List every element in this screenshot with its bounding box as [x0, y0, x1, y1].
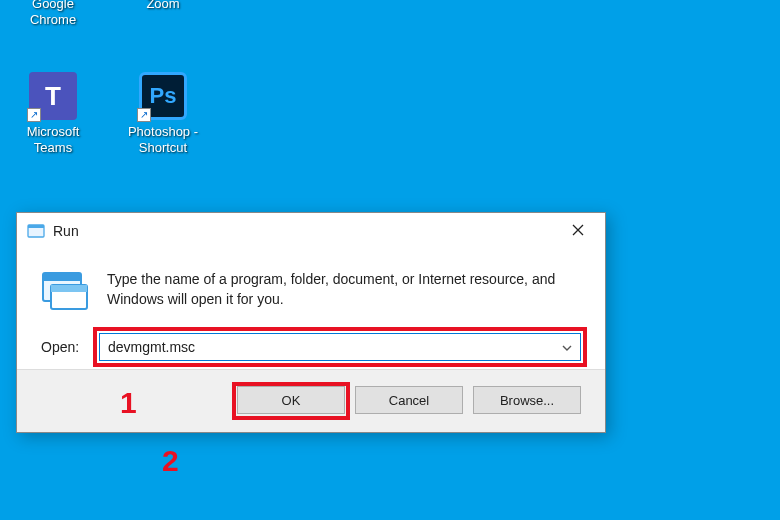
ok-button[interactable]: OK [237, 386, 345, 414]
shortcut-arrow-icon: ↗ [27, 108, 41, 122]
run-title-icon [27, 222, 45, 240]
desktop-icon-teams[interactable]: T ↗ Microsoft Teams [8, 72, 98, 155]
open-label: Open: [41, 339, 85, 355]
browse-button[interactable]: Browse... [473, 386, 581, 414]
run-program-icon [41, 267, 89, 311]
open-input-value: devmgmt.msc [108, 339, 560, 355]
open-combobox[interactable]: devmgmt.msc [99, 333, 581, 361]
photoshop-icon: Ps ↗ [139, 72, 187, 120]
titlebar[interactable]: Run [17, 213, 605, 249]
svg-rect-3 [43, 273, 81, 281]
desktop-icon-label: Microsoft Teams [8, 124, 98, 155]
desktop-icon-label: Zoom [118, 0, 208, 12]
desktop-icon-photoshop[interactable]: Ps ↗ Photoshop - Shortcut [118, 72, 208, 155]
svg-rect-5 [51, 285, 87, 292]
instruction-text: Type the name of a program, folder, docu… [107, 267, 581, 310]
desktop-icon-zoom[interactable]: Zoom [118, 0, 208, 12]
close-icon [572, 223, 584, 239]
teams-icon: T ↗ [29, 72, 77, 120]
desktop-icon-label: Photoshop - Shortcut [118, 124, 208, 155]
desktop-icon-label: Google Chrome [8, 0, 98, 27]
svg-rect-1 [28, 225, 44, 228]
cancel-button[interactable]: Cancel [355, 386, 463, 414]
desktop-icon-chrome[interactable]: Google Chrome [8, 0, 98, 27]
annotation-step2: 2 [162, 444, 179, 478]
shortcut-arrow-icon: ↗ [137, 108, 151, 122]
dialog-body: Type the name of a program, folder, docu… [17, 249, 605, 369]
chevron-down-icon[interactable] [560, 341, 574, 353]
run-dialog: Run Type the name of a program, folder, … [16, 212, 606, 433]
dialog-title: Run [53, 223, 555, 239]
close-button[interactable] [555, 215, 601, 247]
dialog-footer: OK Cancel Browse... [17, 369, 605, 432]
